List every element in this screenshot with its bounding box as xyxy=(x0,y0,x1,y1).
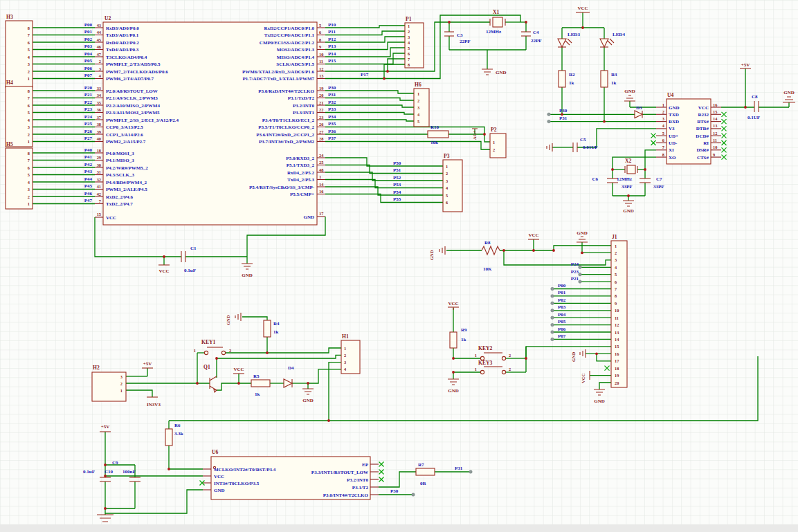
pin-number: 16 xyxy=(319,189,323,194)
pin-number: 13 xyxy=(713,123,717,128)
pin-number: 12 xyxy=(319,66,323,71)
pin-number: 20 xyxy=(615,380,619,385)
c9-value: 0.1uF xyxy=(83,469,95,475)
pin-number: 3 xyxy=(417,105,419,110)
pin-name: UD- xyxy=(669,140,678,146)
pin-name: V3 xyxy=(669,126,675,131)
pin-number: 19 xyxy=(319,86,323,91)
resistor-r9[interactable] xyxy=(450,332,457,348)
pin-number: 14 xyxy=(615,337,619,342)
port-p30: P30 xyxy=(559,108,568,113)
r10-value: 10k xyxy=(430,140,438,145)
net-label: P45 xyxy=(84,183,93,189)
pin-number: 10 xyxy=(319,52,323,57)
pin-number: 11 xyxy=(713,138,717,143)
connector-p2[interactable] xyxy=(490,134,506,158)
pin-name: P2.3/A11/MOSI_2/PWM5 xyxy=(106,110,160,116)
p5v-h2: +5V xyxy=(143,361,152,367)
schematic-canvas[interactable]: P0043RxD3/AD0/P0.0P0144TxD3/AD1/P0.1P024… xyxy=(0,0,798,532)
c10-designator: C10 xyxy=(105,469,114,475)
resistor-r10[interactable] xyxy=(428,131,448,138)
pin-name: P5.5/CMP+ xyxy=(290,192,314,197)
pin-number: 1 xyxy=(344,346,346,351)
net-label: P13 xyxy=(328,44,336,49)
pin-number: 14 xyxy=(319,182,324,187)
r10-designator: R10 xyxy=(430,125,439,130)
pin-number: 15 xyxy=(615,344,619,349)
pin-name: UD+ xyxy=(669,134,678,139)
pin-name: TxD3/AD1/P0.1 xyxy=(106,33,139,38)
crystal-x2[interactable] xyxy=(625,165,637,174)
pin-number: 8 xyxy=(28,26,30,30)
resistor-r6[interactable] xyxy=(165,429,172,446)
pin-number: 3 xyxy=(120,374,123,379)
connector-j1[interactable] xyxy=(611,241,627,387)
pin-number: 48 xyxy=(319,167,323,172)
pin-number: 13 xyxy=(615,330,619,335)
key1-pin2: 2 xyxy=(229,348,231,353)
pin-name: INT3#/T0CLKO/P3.5 xyxy=(214,481,260,486)
resistor-r7[interactable] xyxy=(416,468,435,475)
pin-number: 29 xyxy=(97,155,101,160)
pin-number: 1 xyxy=(408,24,410,28)
pin-name: XI xyxy=(669,147,674,153)
net-p17: P17 xyxy=(361,72,369,77)
pin-name: RXD xyxy=(669,119,679,125)
net-label: P10 xyxy=(328,22,336,28)
in3v3-h2: IN3V3 xyxy=(147,402,161,407)
pin-number: 37 xyxy=(97,115,101,120)
pin-number: 5 xyxy=(319,23,321,28)
net-label: P02 xyxy=(558,297,566,303)
pin-number: 9 xyxy=(615,301,617,306)
pin-number: 3 xyxy=(446,178,448,183)
pin-number: 7 xyxy=(28,95,30,100)
ag-net: AG+ xyxy=(472,130,477,140)
pin-number: 8 xyxy=(28,151,30,156)
net-label: P50 xyxy=(393,160,401,166)
resistor-r4[interactable] xyxy=(264,320,271,337)
net-label: P04 xyxy=(84,51,93,57)
resistor-r2[interactable] xyxy=(559,71,565,87)
pin-number: 3 xyxy=(615,257,617,262)
pin-number: 6 xyxy=(28,165,30,170)
pin-number: 5 xyxy=(662,131,664,136)
pin-name: T3CLKO/AD4/P0.4 xyxy=(106,55,147,60)
pin-number: 2 xyxy=(99,59,101,64)
pin-name: P4.0/MOSI_3 xyxy=(106,151,134,156)
h5-designator: H5 xyxy=(6,141,13,147)
c5-value: 0.01UF xyxy=(583,145,598,150)
pin-name: P3.1/TxD/T2 xyxy=(288,95,315,101)
c8-value: 0.1UF xyxy=(747,115,760,120)
pin-number: 2 xyxy=(28,132,30,137)
pin-name: PWM6_2/T4/AD7/P0.7 xyxy=(106,76,154,82)
pin-number: 1 xyxy=(28,76,30,81)
d4-designator: D4 xyxy=(288,365,294,371)
pin-number: 1 xyxy=(417,91,419,96)
pin-number: 3 xyxy=(408,35,410,39)
pin-number: 3 xyxy=(28,187,30,192)
r5-value: 1k xyxy=(255,392,260,397)
vcc-j1: VCC xyxy=(528,232,538,238)
resistor-r3[interactable] xyxy=(601,71,608,87)
pin-number: 45 xyxy=(97,37,101,42)
pin-number: 2 xyxy=(28,194,30,199)
resistor-r5[interactable] xyxy=(251,380,270,387)
x2-designator: X2 xyxy=(625,158,631,164)
pin-name: VCC xyxy=(698,105,709,111)
net-label: P34 xyxy=(328,114,336,120)
pin-name: SCLK/ADC5/P1.5 xyxy=(276,62,314,67)
net-label: P05 xyxy=(558,319,566,324)
pin-name: CCP1_3/A14/P2.6 xyxy=(106,132,143,138)
j1-designator: J1 xyxy=(612,234,617,240)
net-label: P30 xyxy=(328,85,336,91)
net-label: P00 xyxy=(84,22,93,28)
u2-vcc-name: VCC xyxy=(106,215,116,221)
net-label: P41 xyxy=(84,154,93,160)
pin-number: 2 xyxy=(615,250,617,255)
net-label: P03 xyxy=(558,304,566,310)
pin-name: P3.2/INT0 xyxy=(347,477,368,483)
connector-h6[interactable] xyxy=(414,89,429,127)
net-label: P54 xyxy=(393,190,401,195)
pin-name: PWMFLT_2/T3/AD5/P0.5 xyxy=(106,62,161,67)
d3-designator: D3 xyxy=(636,105,642,111)
